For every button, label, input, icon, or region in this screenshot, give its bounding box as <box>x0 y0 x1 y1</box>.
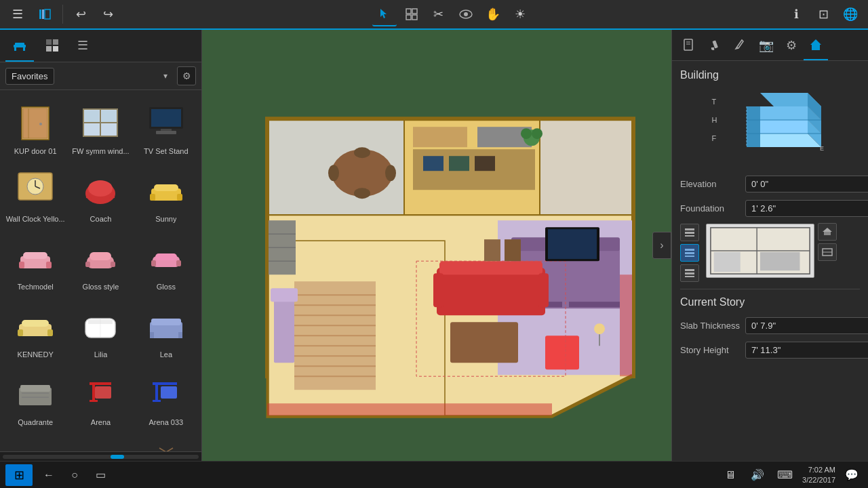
floorplan-svg <box>213 37 660 437</box>
camera-tab[interactable]: 📷 <box>753 34 779 60</box>
library-icon[interactable] <box>33 2 57 26</box>
story-height-input[interactable] <box>745 342 868 359</box>
settings-button[interactable]: ⚙ <box>177 66 196 85</box>
scrollbar-track[interactable] <box>3 455 199 459</box>
sunny-thumb <box>139 166 193 214</box>
share-icon[interactable]: 🌐 <box>838 2 863 26</box>
story-down-btn[interactable] <box>680 264 699 282</box>
story-up-btn[interactable] <box>680 224 699 241</box>
elevation-input[interactable] <box>745 176 868 192</box>
svg-rect-16 <box>53 46 58 52</box>
keyboard-icon[interactable]: ⌨ <box>772 464 797 486</box>
list-item[interactable]: Gloss <box>134 228 199 296</box>
svg-rect-13 <box>46 39 52 45</box>
list-item[interactable]: Quadrante <box>3 364 68 432</box>
list-item[interactable]: Arena 033 <box>134 364 199 432</box>
svg-rect-124 <box>450 322 518 363</box>
svg-point-108 <box>385 165 396 181</box>
svg-rect-54 <box>18 329 23 336</box>
list-item[interactable]: Lilia <box>68 296 133 364</box>
action-center-icon[interactable]: 🖥 <box>718 464 743 486</box>
slab-thickness-input[interactable] <box>745 317 868 334</box>
svg-rect-45 <box>90 252 111 260</box>
redo-icon[interactable]: ↪ <box>96 2 120 26</box>
building-tab[interactable] <box>804 34 828 60</box>
undo-icon[interactable]: ↩ <box>68 2 93 26</box>
list-item[interactable]: Gloss style <box>68 228 133 296</box>
list-item[interactable] <box>68 432 133 451</box>
list-item[interactable]: Techmodel <box>3 228 68 296</box>
list-item[interactable]: Coach <box>68 161 133 228</box>
materials-tab[interactable] <box>38 34 66 62</box>
svg-point-8 <box>464 12 468 16</box>
tv-stand-label: TV Set Stand <box>144 147 188 155</box>
volume-icon[interactable]: 🔊 <box>745 464 770 486</box>
list-item[interactable]: KUP door 01 <box>3 93 68 161</box>
list-item[interactable]: Sunny <box>134 161 199 228</box>
object-tab[interactable] <box>676 34 701 60</box>
export-icon[interactable]: ⊡ <box>811 2 835 26</box>
svg-point-105 <box>354 147 370 158</box>
settings-tab[interactable]: ⚙ <box>781 34 802 60</box>
floor-view-btn[interactable] <box>818 243 837 261</box>
svg-rect-123 <box>538 273 549 307</box>
list-item[interactable] <box>134 432 199 451</box>
menu-icon[interactable]: ☰ <box>5 2 30 26</box>
svg-rect-50 <box>151 260 156 266</box>
category-dropdown[interactable]: FavoritesAllRecent <box>5 68 54 85</box>
svg-rect-165 <box>685 252 694 254</box>
list-item[interactable]: KENNEDY <box>3 296 68 364</box>
left-panel-scrollbar[interactable] <box>0 451 201 461</box>
svg-rect-147 <box>812 45 820 50</box>
sunny-label: Sunny <box>155 215 176 223</box>
list-item[interactable]: TV Set Stand <box>134 93 199 161</box>
eye-icon[interactable] <box>454 2 478 26</box>
svg-rect-28 <box>161 129 172 131</box>
info-icon[interactable]: ℹ <box>784 2 808 26</box>
roof-view-btn[interactable] <box>818 223 837 241</box>
svg-rect-89 <box>540 120 632 215</box>
svg-marker-148 <box>810 39 821 45</box>
clock-time: 7:02 AM <box>802 465 835 474</box>
svg-rect-135 <box>548 229 597 259</box>
list-item[interactable]: Wall Clock Yello... <box>3 161 68 228</box>
svg-rect-70 <box>95 386 111 399</box>
furniture-tab[interactable] <box>5 34 34 62</box>
story-height-label: Story Height <box>680 345 741 355</box>
svg-rect-132 <box>449 156 469 171</box>
taskbar-windows-icon[interactable]: ▭ <box>88 464 113 486</box>
svg-rect-5 <box>406 15 411 20</box>
coach-thumb <box>73 166 127 214</box>
lea-thumb <box>139 302 193 349</box>
taskbar-back-icon[interactable]: ← <box>37 464 61 486</box>
list-tab[interactable]: ☰ <box>71 34 95 62</box>
list-item[interactable]: Arena <box>68 364 133 432</box>
foundation-input[interactable] <box>745 200 868 217</box>
list-item[interactable] <box>3 432 68 451</box>
taskbar-home-icon[interactable]: ○ <box>62 464 87 486</box>
svg-rect-68 <box>90 400 98 402</box>
select-icon[interactable] <box>372 2 397 26</box>
start-button[interactable]: ⊞ <box>5 464 33 486</box>
pencil-tab[interactable] <box>728 34 752 60</box>
canvas-expand-arrow[interactable]: › <box>652 232 671 259</box>
cut-icon[interactable]: ✂ <box>427 2 451 26</box>
brush-tab[interactable] <box>702 34 726 60</box>
canvas-area[interactable]: › <box>202 30 671 461</box>
svg-rect-49 <box>155 253 177 260</box>
svg-rect-11 <box>14 47 16 51</box>
tv-stand-thumb <box>139 98 193 146</box>
arena-033-label: Arena 033 <box>149 418 183 426</box>
sun-settings-icon[interactable]: ☀ <box>508 2 532 26</box>
hand-icon[interactable]: ✋ <box>481 2 505 26</box>
list-item[interactable]: FW symm wind... <box>68 93 133 161</box>
svg-rect-37 <box>154 184 178 191</box>
group-icon[interactable] <box>399 2 424 26</box>
story-mid-btn[interactable] <box>680 244 699 262</box>
list-item[interactable]: Lea <box>134 296 199 364</box>
svg-point-113 <box>521 128 532 139</box>
svg-rect-41 <box>23 252 47 259</box>
notification-icon[interactable]: 💬 <box>841 464 863 486</box>
gloss-thumb <box>139 234 193 281</box>
scrollbar-thumb[interactable] <box>111 455 124 459</box>
